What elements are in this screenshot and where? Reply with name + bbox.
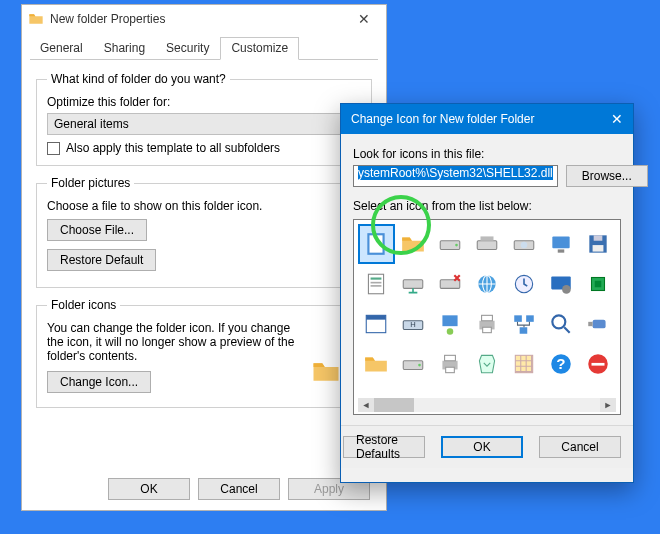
- usb-drive-icon[interactable]: [579, 304, 616, 344]
- error-icon[interactable]: [579, 344, 616, 384]
- svg-rect-36: [520, 327, 528, 334]
- svg-point-2: [455, 244, 458, 247]
- restore-default-button[interactable]: Restore Default: [47, 249, 156, 271]
- svg-rect-13: [371, 278, 382, 280]
- network-icon[interactable]: [505, 304, 542, 344]
- svg-rect-24: [594, 281, 601, 288]
- close-button[interactable]: ✕: [348, 11, 380, 27]
- chip-icon[interactable]: [579, 264, 616, 304]
- magnifier-icon[interactable]: [542, 304, 579, 344]
- computer-icon[interactable]: [542, 224, 579, 264]
- clock-icon[interactable]: [505, 264, 542, 304]
- network-drive-icon[interactable]: [395, 264, 432, 304]
- apply-subfolders-row[interactable]: Also apply this template to all subfolde…: [47, 141, 361, 155]
- svg-rect-0: [369, 234, 384, 254]
- svg-rect-34: [514, 315, 522, 322]
- choose-file-button[interactable]: Choose File...: [47, 219, 147, 241]
- svg-rect-11: [592, 245, 603, 252]
- change-icon-buttons: Restore Defaults OK Cancel: [341, 425, 633, 468]
- recycle-icon[interactable]: [469, 344, 506, 384]
- svg-point-37: [552, 315, 565, 328]
- network-pc-icon[interactable]: [432, 304, 469, 344]
- floppy-icon[interactable]: [579, 224, 616, 264]
- browse-button[interactable]: Browse...: [566, 165, 648, 187]
- network-drive-x-icon[interactable]: [432, 264, 469, 304]
- svg-rect-14: [371, 282, 382, 284]
- cancel-button[interactable]: Cancel: [198, 478, 280, 500]
- svg-text:H: H: [411, 320, 416, 329]
- svg-rect-44: [446, 367, 455, 372]
- folder2-icon[interactable]: [358, 344, 395, 384]
- svg-rect-33: [483, 327, 492, 332]
- svg-point-22: [562, 285, 571, 294]
- horizontal-scrollbar[interactable]: ◄ ►: [358, 398, 616, 412]
- change-icon-body: Look for icons in this file: ystemRoot%\…: [341, 134, 633, 425]
- restore-defaults-button[interactable]: Restore Defaults: [343, 436, 425, 458]
- svg-rect-3: [477, 241, 497, 250]
- drive-icon[interactable]: [432, 224, 469, 264]
- svg-rect-35: [526, 315, 534, 322]
- optimize-combo-value: General items: [54, 117, 129, 131]
- properties-title: New folder Properties: [50, 12, 348, 26]
- ok-button[interactable]: OK: [108, 478, 190, 500]
- svg-rect-12: [369, 274, 384, 294]
- blank-document-icon[interactable]: [358, 224, 395, 264]
- icon-path-input[interactable]: ystemRoot%\System32\SHELL32.dll: [353, 165, 558, 187]
- page-icon[interactable]: [358, 264, 395, 304]
- svg-rect-10: [593, 235, 602, 240]
- globe-icon[interactable]: [469, 264, 506, 304]
- properties-window: New folder Properties ✕ General Sharing …: [21, 4, 387, 511]
- svg-point-41: [418, 364, 421, 367]
- printer2-icon[interactable]: [432, 344, 469, 384]
- drive2-icon[interactable]: [395, 344, 432, 384]
- checkbox-icon[interactable]: [47, 142, 60, 155]
- folder-icon[interactable]: [395, 224, 432, 264]
- optimize-combo[interactable]: General items ▾: [47, 113, 361, 135]
- svg-rect-17: [440, 280, 460, 289]
- help-icon[interactable]: ?: [542, 344, 579, 384]
- drive-h-icon[interactable]: H: [395, 304, 432, 344]
- folder-icon: [28, 11, 44, 27]
- drive-open-icon[interactable]: [469, 224, 506, 264]
- icon-grid: H?: [358, 224, 616, 384]
- scroll-right-button[interactable]: ►: [600, 398, 616, 412]
- svg-rect-32: [482, 315, 493, 320]
- group-folder-type-legend: What kind of folder do you want?: [47, 72, 230, 86]
- tab-sharing[interactable]: Sharing: [94, 38, 155, 59]
- group-folder-pictures-legend: Folder pictures: [47, 176, 134, 190]
- change-icon-dialog: Change Icon for New folder Folder ✕ Look…: [340, 103, 634, 483]
- window-icon[interactable]: [358, 304, 395, 344]
- tab-general[interactable]: General: [30, 38, 93, 59]
- change-icon-titlebar: Change Icon for New folder Folder ✕: [341, 104, 633, 134]
- svg-rect-49: [591, 363, 604, 366]
- close-button[interactable]: ✕: [593, 111, 623, 127]
- change-icon-button[interactable]: Change Icon...: [47, 371, 151, 393]
- svg-rect-38: [592, 320, 605, 329]
- svg-text:?: ?: [556, 355, 565, 372]
- svg-rect-15: [371, 285, 382, 287]
- svg-rect-16: [404, 280, 424, 289]
- tab-customize[interactable]: Customize: [220, 37, 299, 60]
- scroll-left-button[interactable]: ◄: [358, 398, 374, 412]
- svg-point-6: [521, 242, 528, 249]
- group-folder-pictures: Folder pictures Choose a file to show on…: [36, 176, 372, 288]
- monitor-settings-icon[interactable]: [542, 264, 579, 304]
- ok-button[interactable]: OK: [441, 436, 523, 458]
- folder-pictures-desc: Choose a file to show on this folder ico…: [47, 199, 361, 213]
- svg-rect-7: [552, 236, 569, 248]
- properties-titlebar: New folder Properties ✕: [22, 5, 386, 33]
- scrollbar-thumb[interactable]: [374, 398, 414, 412]
- properties-body: What kind of folder do you want? Optimiz…: [22, 60, 386, 426]
- icon-list: H? ◄ ►: [353, 219, 621, 415]
- group-folder-type: What kind of folder do you want? Optimiz…: [36, 72, 372, 166]
- change-icon-title: Change Icon for New folder Folder: [351, 112, 593, 126]
- svg-rect-45: [515, 355, 532, 372]
- tab-security[interactable]: Security: [156, 38, 219, 59]
- grid-icon[interactable]: [505, 344, 542, 384]
- cd-drive-icon[interactable]: [505, 224, 542, 264]
- icon-path-value: ystemRoot%\System32\SHELL32.dll: [358, 166, 553, 180]
- printer-icon[interactable]: [469, 304, 506, 344]
- cancel-button[interactable]: Cancel: [539, 436, 621, 458]
- look-for-label: Look for icons in this file:: [353, 147, 621, 161]
- scrollbar-track[interactable]: [374, 398, 600, 412]
